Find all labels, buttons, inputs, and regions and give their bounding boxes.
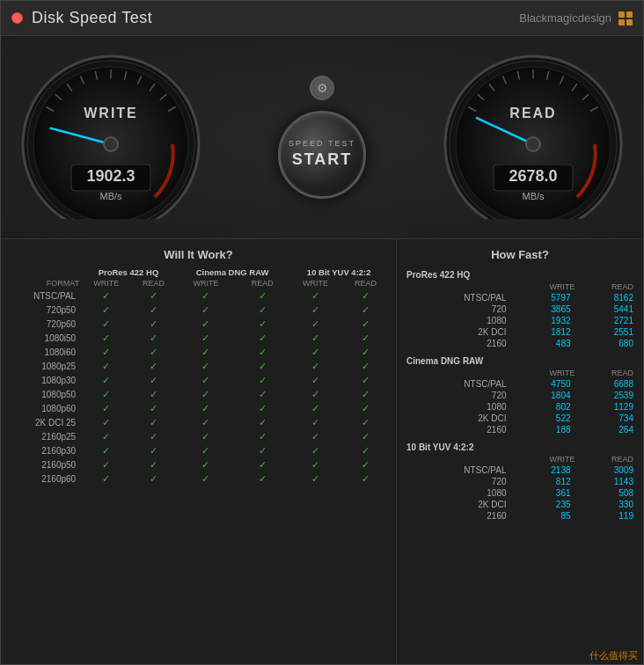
check-cell: ✓ [131,387,175,401]
check-cell: ✓ [131,443,175,457]
format-cell: 1080p30 [8,373,81,387]
write-value: 1932 [512,315,578,326]
check-icon: ✓ [102,431,110,442]
check-icon: ✓ [362,459,370,470]
brand-dot-2 [626,11,633,18]
subheader-label [404,368,512,378]
brand-dot-3 [618,19,625,26]
read-subheader: READ [578,454,636,464]
center-controls: ⚙ SPEED TEST START [278,76,366,199]
format-cell: 2K DCI 25 [8,415,81,429]
check-cell: ✓ [176,359,236,373]
check-icon: ✓ [150,389,157,399]
table-row: 1080i60✓✓✓✓✓✓ [8,345,389,359]
check-cell: ✓ [342,401,389,415]
check-cell: ✓ [81,401,131,415]
check-cell: ✓ [131,415,175,429]
check-cell: ✓ [289,373,341,387]
check-cell: ✓ [289,401,341,415]
table-row: 2K DCI 25✓✓✓✓✓✓ [8,415,389,429]
check-cell: ✓ [131,303,175,317]
check-icon: ✓ [311,473,319,484]
data-area: Will It Work? ProRes 422 HQ Cinema DNG R… [1,238,643,664]
close-button[interactable] [11,12,23,24]
check-icon: ✓ [259,304,267,315]
check-icon: ✓ [311,361,319,371]
check-cell: ✓ [131,359,175,373]
check-icon: ✓ [150,445,157,456]
write-value: 483 [512,338,578,349]
format-label: 1080 [404,401,512,413]
table-row: 1080i50✓✓✓✓✓✓ [8,331,389,345]
check-icon: ✓ [362,375,370,385]
check-icon: ✓ [102,417,110,428]
how-fast-row: NTSC/PAL47506688 [404,378,636,390]
how-fast-row: 1080361508 [404,487,636,499]
check-cell: ✓ [236,303,289,317]
read-value: 8162 [578,292,636,303]
check-cell: ✓ [131,429,175,443]
read-value: 264 [578,424,636,435]
svg-point-36 [526,137,540,151]
how-fast-row: NTSC/PAL57978162 [404,292,636,303]
check-icon: ✓ [311,318,319,329]
check-icon: ✓ [102,361,110,371]
subheader-label [404,281,512,292]
check-cell: ✓ [131,345,175,359]
check-icon: ✓ [201,445,209,456]
check-icon: ✓ [201,304,209,315]
check-icon: ✓ [150,417,157,428]
svg-text:WRITE: WRITE [84,106,138,121]
check-icon: ✓ [201,431,209,442]
check-icon: ✓ [259,347,267,357]
start-button[interactable]: SPEED TEST START [278,111,366,199]
check-cell: ✓ [236,317,289,331]
write-value: 1804 [512,390,578,401]
check-cell: ✓ [236,429,289,443]
svg-point-16 [104,137,118,151]
write-value: 5797 [512,292,578,303]
check-icon: ✓ [102,445,110,456]
check-cell: ✓ [342,387,389,401]
format-cell: 720p50 [8,303,81,317]
format-subheader: FORMAT [8,278,81,289]
brand-name: Blackmagicdesign [519,11,611,25]
format-label: NTSC/PAL [404,378,512,390]
check-cell: ✓ [81,471,131,486]
check-icon: ✓ [102,347,110,357]
check-icon: ✓ [362,389,370,399]
check-cell: ✓ [289,359,341,373]
check-cell: ✓ [289,415,341,429]
check-cell: ✓ [236,289,289,303]
check-cell: ✓ [131,373,175,387]
check-cell: ✓ [289,317,341,331]
check-cell: ✓ [131,317,175,331]
how-fast-row: 7208121143 [404,476,636,487]
check-icon: ✓ [201,375,209,385]
check-icon: ✓ [201,361,209,371]
format-label: 2160 [404,338,512,349]
how-fast-row: 2160188264 [404,424,636,435]
brand-dot-4 [626,19,633,26]
format-label: 2K DCI [404,326,512,338]
will-it-work-title: Will It Work? [8,248,389,261]
svg-text:1902.3: 1902.3 [86,167,135,185]
check-icon: ✓ [362,347,370,357]
settings-button[interactable]: ⚙ [310,76,334,100]
read-value: 734 [578,413,636,424]
format-label: 2160 [404,424,512,435]
check-icon: ✓ [102,332,110,343]
format-label: 1080 [404,315,512,326]
yuv-write-header: WRITE [289,278,341,289]
cdng-read-header: READ [236,278,289,289]
check-icon: ✓ [362,417,370,428]
check-icon: ✓ [102,459,110,470]
svg-text:2678.0: 2678.0 [509,167,557,185]
prores-write-header: WRITE [81,278,131,289]
format-cell: 1080p25 [8,359,81,373]
format-cell: 2160p25 [8,429,81,443]
format-label: NTSC/PAL [404,464,512,476]
write-value: 2138 [512,464,578,476]
check-icon: ✓ [150,318,157,329]
check-cell: ✓ [342,345,389,359]
